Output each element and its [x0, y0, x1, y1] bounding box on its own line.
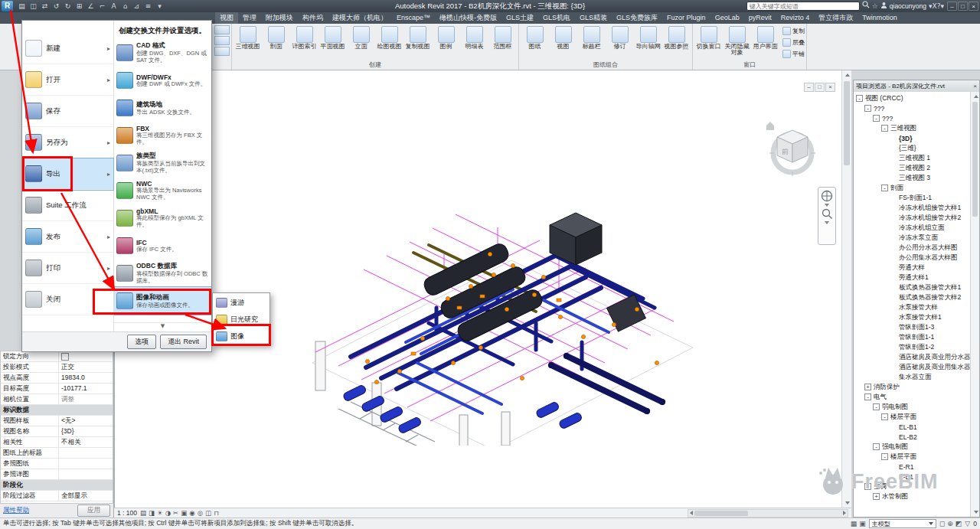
ribbon-button[interactable]: 明细表	[460, 25, 488, 50]
maximize-button[interactable]: □	[958, 2, 968, 11]
tree-expand-icon[interactable]	[890, 194, 897, 201]
tree-expand-icon[interactable]	[890, 175, 897, 181]
view-minimize-button[interactable]: –	[804, 83, 814, 92]
exclude-options-icon[interactable]: ◩	[956, 520, 962, 527]
property-value[interactable]	[59, 351, 113, 361]
property-value[interactable]	[25, 480, 113, 490]
tree-item[interactable]: - ???	[854, 103, 970, 113]
ribbon-button[interactable]: 导向轴网	[634, 25, 662, 50]
tree-expand-icon[interactable]	[890, 364, 897, 371]
tree-item[interactable]: 管纵剖面1-1	[854, 332, 970, 342]
tree-expand-icon[interactable]: -	[864, 393, 871, 400]
view-close-button[interactable]: ×	[825, 83, 835, 92]
temporary-hide-icon[interactable]: ◉	[189, 508, 194, 518]
ribbon-small-labeled-button[interactable]: 层叠	[782, 37, 805, 47]
ribbon-button[interactable]: 视图	[549, 25, 577, 50]
exit-revit-button[interactable]: 退出 Revit	[160, 335, 207, 349]
ribbon-button[interactable]: 三维视图	[234, 25, 262, 50]
help-caret-icon[interactable]: ▾	[940, 2, 944, 10]
tree-item[interactable]: EL-B2	[854, 432, 970, 442]
tree-expand-icon[interactable]: -	[864, 105, 871, 112]
link-icon[interactable]: ⊕	[947, 520, 953, 527]
scrollbar-thumb[interactable]	[844, 81, 850, 165]
tree-item[interactable]: 冷冻水泵立面	[854, 233, 970, 243]
reveal-hidden-icon[interactable]: ◎	[198, 508, 203, 518]
scrollbar-thumb[interactable]	[694, 511, 748, 516]
export-option-family-types[interactable]: 族类型 将族类型从当前族导出到文本(.txt)文件。	[114, 149, 211, 177]
scroll-left-icon[interactable]	[690, 511, 693, 515]
ribbon-button[interactable]: 关闭隐藏对象	[723, 25, 751, 57]
property-row[interactable]: 锁定方向	[1, 351, 113, 362]
ribbon-tab[interactable]: Revizto 4	[776, 12, 815, 24]
menu-item-saveas[interactable]: 另存为	[22, 127, 113, 158]
property-value[interactable]: 不相关	[59, 437, 113, 447]
measure-icon[interactable]: ∠	[85, 1, 96, 11]
property-value[interactable]: 全部显示	[59, 491, 113, 501]
temporary-properties-icon[interactable]: ◫	[205, 508, 211, 518]
ribbon-tab[interactable]: GLS土建	[501, 12, 538, 24]
tree-item[interactable]: + 消防保护	[854, 382, 970, 392]
open-icon[interactable]: ▤	[16, 1, 28, 11]
tree-expand-icon[interactable]: -	[881, 184, 888, 191]
property-row[interactable]: 视图样板 <无>	[1, 416, 113, 426]
property-row[interactable]: 标识数据	[1, 405, 113, 416]
crop-view-icon[interactable]: ✂	[173, 508, 178, 518]
tree-expand-icon[interactable]	[890, 334, 897, 341]
scroll-down-icon[interactable]: ▼	[114, 322, 211, 331]
ribbon-small-labeled-button[interactable]: 复制	[782, 25, 805, 36]
ribbon-small-button[interactable]	[214, 36, 230, 45]
ribbon-button[interactable]: 切换窗口	[694, 25, 723, 50]
design-options-icon[interactable]: ▣	[859, 520, 866, 527]
tree-item[interactable]: - 楼层平面	[854, 412, 970, 422]
ribbon-tab[interactable]: 构件坞	[298, 12, 328, 24]
ribbon-tab[interactable]: Twinmotion	[858, 12, 902, 24]
zoom-icon[interactable]	[822, 208, 833, 220]
export-option-nwc[interactable]: NWC 将场景导出为 Navisworks NWC 文件。	[114, 177, 211, 204]
scale-control[interactable]: 1 : 100	[117, 509, 137, 517]
menu-item-export[interactable]: 导出	[22, 158, 113, 190]
view-restore-button[interactable]: □	[815, 83, 825, 92]
tree-item[interactable]: EL-B1	[854, 422, 970, 432]
property-value[interactable]: {3D}	[59, 426, 113, 436]
ribbon-button[interactable]: 用户界面	[751, 25, 779, 50]
ribbon-button[interactable]: 剖面	[262, 25, 290, 50]
tree-expand-icon[interactable]: -	[873, 443, 880, 450]
property-value[interactable]: <无>	[59, 416, 113, 426]
ribbon-button[interactable]: 详图索引	[290, 25, 318, 50]
property-value[interactable]	[59, 448, 113, 458]
dimension-icon[interactable]: ⌐	[96, 1, 108, 11]
tree-expand-icon[interactable]	[890, 354, 897, 361]
constraints-icon[interactable]: ⊓	[214, 508, 219, 518]
tree-expand-icon[interactable]	[890, 314, 897, 321]
close-icon[interactable]: ×	[973, 83, 977, 90]
ribbon-tab[interactable]: GLS免费族库	[612, 12, 662, 24]
menu-item-open[interactable]: 打开	[22, 64, 113, 96]
tree-item[interactable]: 管纵剖面1-3	[854, 322, 970, 332]
ribbon-tab[interactable]: 管理	[238, 12, 261, 24]
tree-item[interactable]: 旁通大样	[854, 263, 970, 273]
export-option-ifc[interactable]: IFC 保存 IFC 文件。	[114, 232, 211, 260]
options-button[interactable]: 选项	[127, 335, 156, 349]
tree-item[interactable]: - 弱电制图	[854, 402, 970, 412]
property-row[interactable]: 相机位置 调整	[1, 394, 113, 405]
tree-item[interactable]: 水泵接管大样	[854, 302, 970, 312]
property-row[interactable]: 参照图纸	[1, 459, 113, 469]
canvas-horizontal-scrollbar[interactable]	[688, 509, 848, 518]
favorites-icon[interactable]: ☆	[872, 2, 878, 10]
ribbon-button[interactable]: 复制视图	[403, 25, 432, 50]
menu-item-close[interactable]: 关闭	[22, 284, 113, 315]
ribbon-small-button[interactable]	[214, 25, 230, 34]
tree-item[interactable]: FS-剖面1-1	[854, 193, 970, 203]
tree-item[interactable]: 板式换热器接管大样2	[854, 292, 970, 302]
tree-expand-icon[interactable]	[890, 294, 897, 301]
export-option-dwf[interactable]: DWF/DWFx 创建 DWF 或 DWFx 文件。	[114, 67, 211, 94]
tree-item[interactable]: 板式换热器接管大样1	[854, 282, 970, 292]
tree-item[interactable]: - 剖面	[854, 183, 970, 193]
menu-item-print[interactable]: 打印	[22, 253, 113, 284]
save-icon[interactable]: ◫	[28, 1, 39, 11]
export-option-images-animations[interactable]: 图像和动画 保存动画或图像文件。	[114, 287, 211, 315]
tree-expand-icon[interactable]	[890, 244, 897, 251]
tree-item[interactable]: - 电气	[854, 392, 970, 402]
property-value[interactable]	[31, 405, 113, 415]
editable-only-icon[interactable]: ◻	[939, 520, 945, 527]
